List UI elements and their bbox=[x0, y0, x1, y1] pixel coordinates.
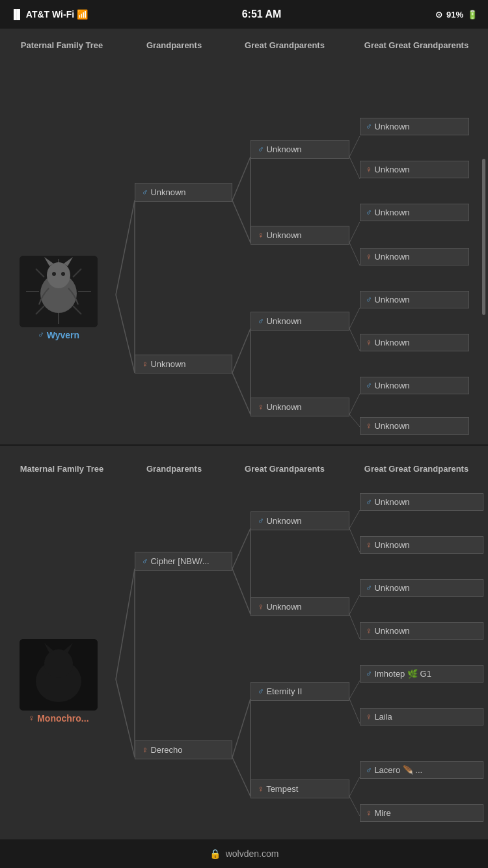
maternal-gggp-6[interactable]: ♀ Laila bbox=[360, 708, 483, 726]
maternal-ggp-3-name: Eternity II bbox=[266, 686, 302, 696]
paternal-gggp-3[interactable]: ♂ Unknown bbox=[360, 204, 469, 221]
paternal-gggp-6[interactable]: ♀ Unknown bbox=[360, 334, 469, 351]
paternal-col3-header: Great Grandparents bbox=[224, 40, 345, 51]
lock-icon: 🔒 bbox=[210, 848, 221, 859]
maternal-gggp-2[interactable]: ♀ Unknown bbox=[360, 536, 483, 554]
maternal-gggp-8[interactable]: ♀ Mire bbox=[360, 804, 483, 822]
svg-line-46 bbox=[349, 699, 360, 724]
subject-name[interactable]: Wyvern bbox=[47, 330, 79, 340]
paternal-ggp-3-name: Unknown bbox=[266, 316, 301, 326]
paternal-ggp-2[interactable]: ♀ Unknown bbox=[251, 226, 349, 245]
paternal-gp-female[interactable]: ♀ Unknown bbox=[135, 355, 232, 373]
svg-line-6 bbox=[232, 329, 251, 373]
svg-line-38 bbox=[232, 699, 251, 757]
svg-line-35 bbox=[232, 528, 251, 569]
svg-line-7 bbox=[232, 373, 251, 414]
svg-line-45 bbox=[349, 681, 360, 699]
svg-line-32 bbox=[116, 569, 135, 679]
svg-line-41 bbox=[349, 510, 360, 528]
paternal-gggp-2-name: Unknown bbox=[374, 165, 409, 174]
svg-line-16 bbox=[349, 414, 360, 427]
wifi-icon: 📶 bbox=[77, 9, 88, 20]
maternal-subject-gender-icon: ♀ bbox=[28, 713, 34, 723]
svg-line-4 bbox=[232, 200, 251, 243]
maternal-ggp-1[interactable]: ♂ Unknown bbox=[251, 511, 349, 530]
maternal-subject-name[interactable]: Monochro... bbox=[37, 713, 88, 724]
maternal-gggp-1-name: Unknown bbox=[374, 497, 409, 507]
maternal-gggp-3[interactable]: ♂ Unknown bbox=[360, 579, 483, 597]
maternal-gggp-4-name: Unknown bbox=[374, 626, 409, 636]
maternal-ggp-4-name: Tempest bbox=[266, 784, 298, 794]
svg-line-39 bbox=[232, 757, 251, 796]
website-url[interactable]: wolvden.com bbox=[226, 848, 279, 859]
svg-point-31 bbox=[61, 272, 65, 276]
maternal-gggp-5[interactable]: ♂ Imhotep 🌿 G1 bbox=[360, 665, 483, 683]
battery-icon: 🔋 bbox=[467, 10, 478, 20]
paternal-section: Paternal Family Tree Grandparents Great … bbox=[0, 29, 488, 438]
section-divider bbox=[0, 444, 488, 446]
paternal-gggp-5[interactable]: ♂ Unknown bbox=[360, 291, 469, 308]
subject-gender-icon: ♂ bbox=[38, 330, 44, 340]
maternal-gggp-3-name: Unknown bbox=[374, 583, 409, 593]
maternal-ggp-4[interactable]: ♀ Tempest bbox=[251, 780, 349, 798]
paternal-gggp-8[interactable]: ♀ Unknown bbox=[360, 417, 469, 435]
svg-line-43 bbox=[349, 595, 360, 614]
paternal-gggp-7-name: Unknown bbox=[374, 381, 409, 390]
svg-line-15 bbox=[349, 394, 360, 414]
svg-line-48 bbox=[349, 796, 360, 816]
maternal-gggp-2-name: Unknown bbox=[374, 540, 409, 550]
svg-line-42 bbox=[349, 528, 360, 552]
paternal-gggp-4-name: Unknown bbox=[374, 252, 409, 262]
wyvern-avatar[interactable] bbox=[20, 256, 98, 327]
svg-line-1 bbox=[116, 295, 135, 373]
maternal-ggp-1-name: Unknown bbox=[266, 516, 301, 526]
paternal-gggp-7[interactable]: ♂ Unknown bbox=[360, 377, 469, 394]
maternal-gggp-1[interactable]: ♂ Unknown bbox=[360, 493, 483, 511]
paternal-headers: Paternal Family Tree Grandparents Great … bbox=[0, 35, 488, 54]
paternal-gggp-4[interactable]: ♀ Unknown bbox=[360, 248, 469, 265]
paternal-gggp-8-name: Unknown bbox=[374, 421, 409, 431]
svg-line-33 bbox=[116, 679, 135, 757]
maternal-headers: Maternal Family Tree Grandparents Great … bbox=[0, 459, 488, 478]
svg-line-3 bbox=[232, 157, 251, 200]
main-content: Paternal Family Tree Grandparents Great … bbox=[0, 29, 488, 868]
paternal-gp-male[interactable]: ♂ Unknown bbox=[135, 183, 232, 202]
screen-time-icon: ⊙ bbox=[435, 10, 442, 20]
svg-line-10 bbox=[349, 157, 360, 179]
maternal-gggp-7[interactable]: ♂ Lacero 🪶 ... bbox=[360, 761, 483, 779]
maternal-gp-male-name: Cipher [NBW/... bbox=[150, 556, 209, 566]
maternal-tree-canvas: ♀ Monochro... ♂ Cipher [NBW/... ♀ Derech… bbox=[0, 478, 488, 855]
maternal-gp-female[interactable]: ♀ Derecho bbox=[135, 740, 232, 759]
svg-line-44 bbox=[349, 614, 360, 639]
maternal-gggp-7-name: Lacero 🪶 ... bbox=[374, 765, 422, 775]
paternal-ggp-1[interactable]: ♂ Unknown bbox=[251, 140, 349, 159]
paternal-ggp-3[interactable]: ♂ Unknown bbox=[251, 312, 349, 331]
paternal-col2-header: Grandparents bbox=[124, 40, 224, 51]
bottom-bar: 🔒 wolvden.com bbox=[0, 839, 488, 868]
gp-female-name: Unknown bbox=[150, 359, 185, 369]
svg-line-13 bbox=[349, 308, 360, 329]
status-right: ⊙ 91% 🔋 bbox=[435, 10, 478, 20]
paternal-ggp-2-name: Unknown bbox=[266, 230, 301, 240]
paternal-gggp-1[interactable]: ♂ Unknown bbox=[360, 118, 469, 135]
monochrome-avatar[interactable] bbox=[20, 639, 98, 711]
maternal-gp-male[interactable]: ♂ Cipher [NBW/... bbox=[135, 552, 232, 571]
paternal-gggp-5-name: Unknown bbox=[374, 295, 409, 305]
svg-line-14 bbox=[349, 329, 360, 351]
paternal-ggp-4[interactable]: ♀ Unknown bbox=[251, 398, 349, 416]
maternal-gggp-4[interactable]: ♀ Unknown bbox=[360, 622, 483, 640]
svg-point-30 bbox=[52, 272, 56, 276]
maternal-section: Maternal Family Tree Grandparents Great … bbox=[0, 452, 488, 855]
maternal-col4-header: Great Great Grandparents bbox=[345, 464, 488, 475]
time-display: 6:51 AM bbox=[242, 8, 282, 20]
maternal-ggp-2[interactable]: ♀ Unknown bbox=[251, 597, 349, 616]
scrollbar[interactable] bbox=[482, 159, 485, 315]
paternal-gggp-3-name: Unknown bbox=[374, 208, 409, 217]
maternal-ggp-2-name: Unknown bbox=[266, 602, 301, 612]
status-bar: ▐▌ AT&T Wi-Fi 📶 6:51 AM ⊙ 91% 🔋 bbox=[0, 0, 488, 29]
paternal-subject: ♂ Wyvern bbox=[20, 256, 98, 340]
maternal-ggp-3[interactable]: ♂ Eternity II bbox=[251, 682, 349, 701]
gp-male-gender: ♂ bbox=[142, 187, 150, 197]
paternal-gggp-2[interactable]: ♀ Unknown bbox=[360, 161, 469, 178]
paternal-gggp-1-name: Unknown bbox=[374, 122, 409, 131]
